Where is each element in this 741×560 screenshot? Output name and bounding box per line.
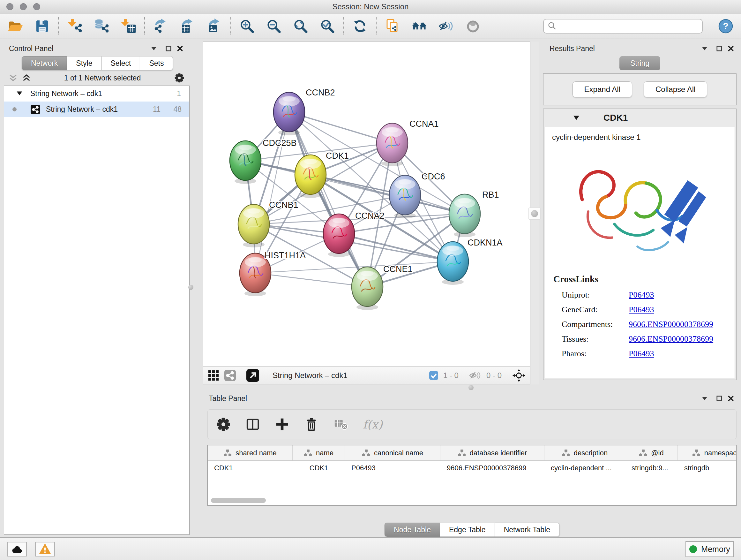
table-column-header[interactable]: @id (625, 445, 678, 460)
left-splitter-handle[interactable] (188, 285, 193, 290)
import-network-database-icon[interactable] (94, 18, 109, 34)
table-cell[interactable]: P06493 (345, 461, 441, 476)
save-session-icon[interactable] (35, 18, 50, 34)
expand-all-button[interactable]: Expand All (572, 81, 632, 98)
tree-expand-triangle-icon[interactable] (16, 89, 23, 98)
search-input[interactable] (559, 22, 698, 30)
tab-network-table[interactable]: Network Table (495, 523, 559, 537)
collapse-all-networks-icon[interactable] (9, 74, 17, 82)
vertical-splitter[interactable] (530, 42, 539, 384)
table-column-header[interactable]: shared name (208, 445, 293, 460)
panel-close-icon[interactable] (728, 395, 734, 401)
crosshair-icon[interactable] (512, 369, 526, 382)
open-session-icon[interactable] (8, 18, 23, 34)
network-edge[interactable] (255, 112, 289, 273)
table-column-header[interactable]: database identifier (441, 445, 544, 460)
memory-button[interactable]: Memory (685, 541, 734, 557)
crosslink-link[interactable]: P06493 (629, 305, 654, 314)
table-column-header[interactable]: description (544, 445, 625, 460)
network-node-CDC6[interactable] (389, 175, 421, 219)
panel-close-icon[interactable] (728, 45, 734, 52)
delete-table-icon[interactable] (333, 417, 348, 432)
function-builder-icon[interactable]: f(x) (363, 418, 383, 431)
table-cell[interactable]: stringdb (678, 461, 737, 476)
table-column-header[interactable]: canonical name (345, 445, 441, 460)
export-table-icon[interactable] (180, 18, 195, 34)
network-node-CCNB2[interactable] (273, 92, 305, 135)
crosslink-link[interactable]: 9606.ENSP00000378699 (629, 334, 713, 344)
show-details-eye-icon[interactable] (465, 18, 481, 34)
table-cell[interactable]: cyclin-dependent ... (544, 461, 625, 476)
window-zoom-button[interactable] (33, 3, 40, 10)
panel-close-icon[interactable] (177, 45, 183, 52)
cloud-button[interactable] (7, 542, 27, 557)
add-entry-icon[interactable] (275, 417, 289, 432)
string-homes-icon[interactable] (412, 18, 427, 34)
panel-float-icon[interactable] (716, 395, 723, 401)
import-table-icon[interactable] (121, 18, 136, 34)
zoom-fit-icon[interactable] (293, 18, 308, 34)
network-options-gear-icon[interactable] (174, 73, 185, 83)
panel-menu-caret-icon[interactable] (701, 395, 708, 401)
show-columns-icon[interactable] (246, 417, 260, 432)
network-node-CCNB1[interactable] (238, 204, 269, 247)
crosslink-link[interactable]: P06493 (629, 349, 654, 359)
table-horizontal-scrollbar[interactable] (211, 498, 266, 503)
network-node-CDC25B[interactable] (230, 141, 261, 184)
table-cell[interactable]: CDK1 (293, 461, 345, 476)
search-box[interactable] (543, 19, 703, 34)
network-node-CCNE1[interactable] (352, 267, 383, 310)
help-icon[interactable]: ? (718, 18, 733, 34)
tab-node-table[interactable]: Node Table (385, 523, 440, 537)
expand-all-networks-icon[interactable] (22, 74, 30, 82)
result-entry-header[interactable]: CDK1 (543, 109, 736, 127)
network-node-CDKN1A[interactable] (437, 242, 468, 285)
apply-layout-icon[interactable] (352, 18, 367, 34)
open-in-new-window-icon[interactable] (246, 369, 259, 382)
network-edge[interactable] (255, 273, 367, 287)
tab-edge-table[interactable]: Edge Table (440, 523, 495, 537)
string-documents-icon[interactable] (385, 18, 400, 34)
network-edge[interactable] (289, 112, 367, 287)
table-row[interactable]: CDK1CDK1P064939606.ENSP00000378699cyclin… (208, 461, 736, 476)
panel-menu-caret-icon[interactable] (151, 45, 157, 52)
import-network-icon[interactable] (67, 18, 82, 34)
delete-entry-icon[interactable] (304, 417, 319, 432)
selected-checkbox-icon[interactable] (429, 371, 438, 380)
hidden-eye-icon[interactable] (469, 370, 481, 381)
network-tree-child-row[interactable]: String Network – cdk1 11 48 (4, 102, 189, 117)
table-column-header[interactable]: namespac (678, 445, 737, 460)
window-close-button[interactable] (6, 3, 13, 10)
network-canvas[interactable]: CCNB2CCNA1CDC25BCDK1CDC6RB1CCNB1CCNA2CDK… (203, 42, 530, 366)
table-cell[interactable]: stringdb:9... (625, 461, 678, 476)
window-minimize-button[interactable] (20, 3, 27, 10)
crosslink-link[interactable]: 9606.ENSP00000378699 (629, 320, 713, 329)
zoom-in-icon[interactable] (239, 18, 255, 34)
grid-view-icon[interactable] (208, 370, 219, 381)
collapse-triangle-icon[interactable] (573, 115, 580, 121)
zoom-selected-icon[interactable] (320, 18, 335, 34)
export-image-icon[interactable] (207, 18, 222, 34)
export-network-icon[interactable] (153, 18, 169, 34)
collapse-all-button[interactable]: Collapse All (644, 81, 707, 98)
table-cell[interactable]: CDK1 (208, 461, 293, 476)
tab-sets[interactable]: Sets (140, 56, 173, 70)
horizontal-splitter-handle[interactable] (468, 385, 474, 390)
panel-float-icon[interactable] (165, 45, 172, 52)
table-gear-icon[interactable] (216, 417, 231, 432)
network-node-RB1[interactable] (449, 194, 480, 237)
network-node-CCNA1[interactable] (377, 123, 408, 166)
tab-string-results[interactable]: String (619, 56, 660, 70)
panel-menu-caret-icon[interactable] (701, 45, 708, 52)
string-badge-gray-icon[interactable] (224, 370, 236, 381)
network-tree-root-row[interactable]: String Network – cdk1 1 (4, 86, 189, 102)
table-column-header[interactable]: name (293, 445, 345, 460)
crosslink-link[interactable]: P06493 (629, 290, 654, 300)
tab-style[interactable]: Style (67, 56, 102, 70)
warnings-button[interactable] (35, 542, 55, 557)
zoom-out-icon[interactable] (266, 18, 281, 34)
table-cell[interactable]: 9606.ENSP00000378699 (441, 461, 544, 476)
hide-details-eye-icon[interactable] (439, 18, 454, 34)
tab-select[interactable]: Select (102, 56, 140, 70)
panel-float-icon[interactable] (716, 45, 723, 52)
